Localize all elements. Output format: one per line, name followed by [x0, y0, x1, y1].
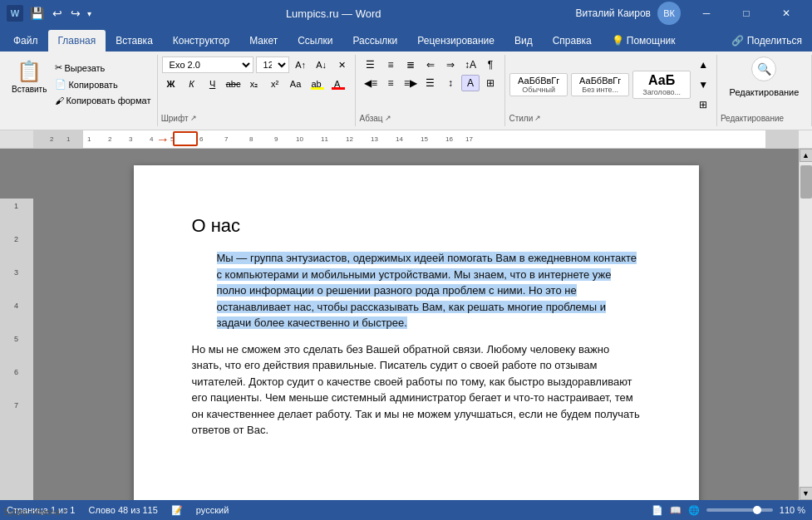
- styles-expand-icon[interactable]: ↗: [534, 114, 541, 122]
- tab-layout[interactable]: Макет: [239, 30, 288, 52]
- status-bar-right: 📄 📖 🌐 110 %: [652, 505, 805, 516]
- styles-expand[interactable]: ⊞: [694, 96, 712, 113]
- layout-view-icon[interactable]: 📄: [652, 505, 663, 516]
- line-spacing-button[interactable]: ↕: [441, 75, 460, 91]
- undo-button[interactable]: ↩: [51, 5, 64, 22]
- paragraph-group: ☰ ≡ ≣ ⇐ ⇒ ↕A ¶ ◀≡ ≡ ≡▶ ☰ ↕ A ⊞: [356, 55, 505, 126]
- close-button[interactable]: ✕: [767, 0, 805, 27]
- scroll-down-button[interactable]: ▼: [800, 487, 813, 500]
- tab-mailings[interactable]: Рассылки: [342, 30, 407, 52]
- border-button[interactable]: ⊞: [481, 75, 500, 91]
- styles-group-label: Стили: [509, 112, 533, 123]
- document-area[interactable]: О нас Мы — группа энтузиастов, одержимых…: [33, 149, 799, 500]
- bullets-button[interactable]: ☰: [362, 56, 380, 73]
- tab-references[interactable]: Ссылки: [288, 30, 342, 52]
- multilevel-list-button[interactable]: ≣: [401, 56, 420, 73]
- title-bar-left: W 💾 ↩ ↪ ▾: [7, 5, 91, 22]
- style-no-spacing[interactable]: АаБбВвГг Без инте...: [571, 73, 629, 96]
- font-style-row: Ж К Ч abc x₂ x² Aa ab А: [162, 76, 352, 92]
- sort-button[interactable]: ↕A: [461, 56, 480, 73]
- title-bar-center: Lumpics.ru — Word: [286, 7, 381, 20]
- align-left-button[interactable]: ◀≡: [362, 75, 380, 91]
- tab-file[interactable]: Файл: [3, 30, 48, 52]
- customize-qat-button[interactable]: ▾: [87, 9, 91, 18]
- strikethrough-button[interactable]: abc: [224, 76, 243, 92]
- copy-button[interactable]: 📄 Копировать: [52, 77, 154, 91]
- scroll-thumb[interactable]: [800, 165, 812, 199]
- superscript-button[interactable]: x²: [266, 76, 284, 92]
- numbering-button[interactable]: ≡: [381, 56, 400, 73]
- decrease-font-button[interactable]: A↓: [312, 56, 331, 73]
- show-marks-button[interactable]: ¶: [481, 56, 500, 73]
- justify-button[interactable]: ☰: [421, 75, 440, 91]
- zoom-slider[interactable]: [706, 508, 773, 512]
- decrease-indent-button[interactable]: ⇐: [421, 56, 440, 73]
- tab-assistant[interactable]: 💡Помощник: [602, 30, 686, 52]
- save-button[interactable]: 💾: [28, 5, 46, 22]
- tab-share[interactable]: 🔗 Поделиться: [721, 30, 812, 52]
- ruler-num-2: 1: [66, 135, 70, 143]
- proofing-icon: 📝: [171, 505, 183, 516]
- style-normal-label: Обычный: [515, 86, 562, 94]
- paste-icon: 📋: [17, 60, 42, 83]
- text-highlight-button[interactable]: ab: [308, 76, 326, 92]
- zoom-thumb[interactable]: [753, 506, 761, 514]
- shading-button[interactable]: A: [461, 75, 480, 91]
- web-view-icon[interactable]: 🌐: [688, 505, 700, 516]
- tab-view[interactable]: Вид: [504, 30, 543, 52]
- title-bar: W 💾 ↩ ↪ ▾ Lumpics.ru — Word Виталий Каир…: [0, 0, 812, 27]
- redo-button[interactable]: ↪: [69, 5, 82, 22]
- styles-scroll-down[interactable]: ▼: [694, 76, 712, 93]
- subscript-button[interactable]: x₂: [245, 76, 263, 92]
- italic-button[interactable]: К: [183, 76, 201, 92]
- maximize-button[interactable]: □: [727, 0, 765, 27]
- align-center-button[interactable]: ≡: [381, 75, 400, 91]
- user-avatar[interactable]: ВК: [657, 2, 681, 25]
- style-heading1-label: Заголово...: [638, 88, 685, 96]
- tab-review[interactable]: Рецензирование: [407, 30, 504, 52]
- align-right-button[interactable]: ≡▶: [401, 75, 420, 91]
- vertical-ruler: 1 2 3 4 5 6 7: [0, 149, 33, 500]
- increase-font-button[interactable]: A↑: [292, 56, 310, 73]
- paragraph-1[interactable]: Мы — группа энтузиастов, одержимых идеей…: [217, 250, 641, 331]
- underline-button[interactable]: Ч: [204, 76, 222, 92]
- styles-group: АаБбВвГг Обычный АаБбВвГг Без инте... Аа…: [505, 55, 716, 126]
- cut-icon: ✂: [55, 62, 62, 73]
- styles-scroll-up[interactable]: ▲: [694, 56, 712, 73]
- scroll-track[interactable]: [800, 162, 813, 487]
- paragraph-2[interactable]: Но мы не сможем это сделать без Вашей об…: [192, 341, 641, 439]
- font-size-select[interactable]: 12: [256, 56, 289, 73]
- tab-design[interactable]: Конструктор: [163, 30, 239, 52]
- read-mode-icon[interactable]: 📖: [670, 505, 682, 516]
- tab-help[interactable]: Справка: [543, 30, 602, 52]
- word-count: Слово 48 из 115: [88, 505, 157, 516]
- ruler-num-1: 2: [50, 135, 53, 143]
- paste-button[interactable]: 📋 Вставить: [7, 56, 52, 97]
- clear-format-button[interactable]: ✕: [333, 56, 352, 73]
- font-color-button[interactable]: А: [328, 76, 347, 92]
- scroll-up-button[interactable]: ▲: [800, 149, 813, 162]
- style-heading1[interactable]: АаБ Заголово...: [632, 71, 691, 99]
- minimize-button[interactable]: ─: [687, 0, 726, 27]
- search-button[interactable]: 🔍: [751, 56, 776, 81]
- list-row: ☰ ≡ ≣ ⇐ ⇒ ↕A ¶: [362, 56, 500, 73]
- clipboard-expand-icon[interactable]: ↗: [62, 508, 68, 516]
- ruler-numbers: 2 1 1 2 3 4 5 6 7 8 9 10 11 12 13 14 15 …: [33, 130, 799, 148]
- style-normal[interactable]: АаБбВвГг Обычный: [509, 73, 568, 96]
- paragraph-expand-icon[interactable]: ↗: [385, 114, 391, 122]
- font-name-select[interactable]: Exo 2.0: [162, 56, 253, 73]
- font-expand-icon[interactable]: ↗: [190, 114, 197, 122]
- change-case-button[interactable]: Aa: [287, 76, 305, 92]
- cut-button[interactable]: ✂ Вырезать: [52, 61, 154, 75]
- tab-home[interactable]: Главная: [48, 30, 106, 52]
- vertical-scrollbar[interactable]: ▲ ▼: [799, 149, 812, 500]
- ruler-num-5: 3: [129, 135, 132, 143]
- font-controls: Exo 2.0 12 A↑ A↓ ✕ Ж К Ч abc x₂ x² Aa: [162, 56, 352, 92]
- format-painter-button[interactable]: 🖌 Копировать формат: [52, 94, 154, 107]
- font-group-label: Шрифт: [161, 112, 189, 123]
- status-bar: Страница 1 из 1 Слово 48 из 115 📝 русски…: [0, 500, 812, 520]
- increase-indent-button[interactable]: ⇒: [441, 56, 460, 73]
- bold-button[interactable]: Ж: [162, 76, 180, 92]
- tab-insert[interactable]: Вставка: [106, 30, 163, 52]
- ruler-main[interactable]: 2 1 1 2 3 4 5 6 7 8 9 10 11 12 13 14 15 …: [33, 130, 799, 148]
